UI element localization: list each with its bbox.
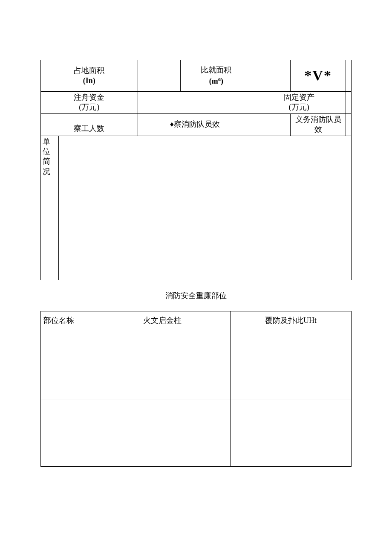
row-data-2 bbox=[41, 399, 352, 466]
summary-char-1: 单 bbox=[43, 137, 50, 146]
summary-char-2: 位 bbox=[43, 147, 50, 156]
land-area-line1: 占地面积 bbox=[74, 66, 104, 75]
cell-summary-label: 单 位 简 况 bbox=[41, 136, 59, 280]
cell-fire-team-label: ♦察消防队员效 bbox=[138, 113, 252, 136]
cell-r1c2 bbox=[94, 330, 231, 399]
cell-build-area-value bbox=[252, 60, 291, 92]
cell-fixed-asset-label: 固定资产 (万元) bbox=[252, 92, 346, 114]
row-summary: 单 位 简 况 bbox=[41, 136, 352, 280]
reg-capital-line1: 注舟资金 bbox=[74, 93, 104, 102]
cell-r2c2 bbox=[94, 399, 231, 466]
row-capital: 注舟资金 (万元) 固定资产 (万元) bbox=[41, 92, 352, 114]
cell-fire-team-value bbox=[252, 113, 291, 136]
cell-workers-label: 察工人数 bbox=[41, 113, 138, 136]
cell-land-area-value bbox=[138, 60, 180, 92]
section-title: 消防安全重廉部位 bbox=[40, 291, 352, 301]
cell-reg-capital-label: 注舟资金 (万元) bbox=[41, 92, 138, 114]
table-fire-safety: 部位名栋 火文启金柱 覆防及扑此UHt bbox=[40, 311, 352, 467]
cell-r1c1 bbox=[41, 330, 94, 399]
header-prevention: 覆防及扑此UHt bbox=[231, 311, 352, 330]
row-header: 部位名栋 火文启金柱 覆防及扑此UHt bbox=[41, 311, 352, 330]
cell-volunteer-value bbox=[346, 113, 352, 136]
cell-fixed-asset-value bbox=[346, 92, 352, 114]
cell-volunteer-label: 义务消防队员效 bbox=[291, 113, 346, 136]
build-area-unit: (ma) bbox=[209, 77, 223, 85]
row-workers: 察工人数 ♦察消防队员效 义务消防队员效 bbox=[41, 113, 352, 136]
row-area: 占地面积 (In) 比就面积 (ma) *V* bbox=[41, 60, 352, 92]
cell-r2c1 bbox=[41, 399, 94, 466]
fixed-asset-line1: 固定资产 bbox=[284, 93, 314, 102]
header-fire-risk: 火文启金柱 bbox=[94, 311, 231, 330]
cell-v-label: *V* bbox=[291, 60, 346, 92]
cell-reg-capital-value bbox=[138, 92, 252, 114]
summary-char-3: 简 bbox=[43, 157, 50, 166]
summary-char-4: 况 bbox=[43, 167, 50, 176]
fixed-asset-line2: (万元) bbox=[289, 103, 309, 111]
land-area-line2: (In) bbox=[83, 76, 95, 85]
reg-capital-line2: (万元) bbox=[79, 103, 99, 111]
row-data-1 bbox=[41, 330, 352, 399]
cell-v-value bbox=[346, 60, 352, 92]
cell-summary-content bbox=[59, 136, 352, 280]
cell-r1c3 bbox=[231, 330, 352, 399]
table-unit-info: 占地面积 (In) 比就面积 (ma) *V* 注舟资金 (万元) 固定资产 (… bbox=[40, 60, 352, 280]
cell-r2c3 bbox=[231, 399, 352, 466]
header-pos-name: 部位名栋 bbox=[41, 311, 94, 330]
cell-land-area-label: 占地面积 (In) bbox=[41, 60, 138, 92]
build-area-line1: 比就面积 bbox=[201, 66, 231, 74]
cell-build-area-label: 比就面积 (ma) bbox=[180, 60, 252, 92]
